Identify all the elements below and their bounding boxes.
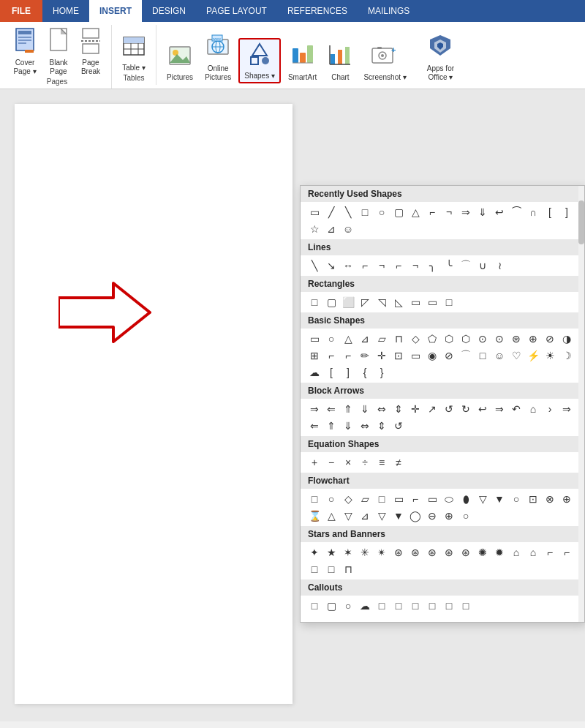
fc-preparation[interactable]: ⬮: [458, 491, 474, 507]
line-curved-arrow[interactable]: ⌒: [458, 258, 474, 274]
bs-octagon[interactable]: ⊙: [475, 331, 491, 347]
fc-document[interactable]: ⌐: [407, 491, 423, 507]
sb-wave2[interactable]: ⌐: [559, 544, 575, 560]
online-pictures-button[interactable]: www OnlinePictures: [200, 32, 235, 83]
ba-ne[interactable]: ↗: [424, 401, 440, 417]
co-cloud[interactable]: ☁: [357, 598, 373, 614]
blank-page-button[interactable]: BlankPage: [44, 26, 73, 78]
tab-page-layout[interactable]: PAGE LAYOUT: [196, 0, 277, 22]
eq-times[interactable]: ×: [340, 454, 356, 470]
bs-parallelogram[interactable]: ▱: [374, 331, 390, 347]
co-rounded-rect[interactable]: ▢: [323, 598, 339, 614]
bs-textbox[interactable]: ▭: [306, 331, 322, 347]
ba-up[interactable]: ⇑: [340, 401, 356, 417]
ba-down[interactable]: ⇓: [357, 401, 373, 417]
fc-card[interactable]: ⊗: [542, 491, 558, 507]
shape-line2[interactable]: ╲: [340, 204, 356, 220]
ba-left[interactable]: ⇐: [323, 401, 339, 417]
bs-brace-r[interactable]: }: [374, 364, 390, 380]
fc-delay[interactable]: ⊖: [424, 508, 440, 524]
shape-corner2[interactable]: ¬: [441, 204, 457, 220]
sb-6point[interactable]: ✶: [340, 544, 356, 560]
shape-corner1[interactable]: ⌐: [424, 204, 440, 220]
ba-stripe[interactable]: ⇒: [491, 401, 507, 417]
ba-circular[interactable]: ↺: [390, 418, 407, 434]
ba-right[interactable]: ⇒: [306, 401, 322, 417]
line-squiggle[interactable]: ∪: [475, 258, 491, 274]
scrollbar-thumb[interactable]: [578, 200, 584, 244]
ba-arrow-callout-l[interactable]: ⇐: [306, 418, 322, 434]
fc-summing-junction[interactable]: ⌛: [306, 508, 322, 524]
co-line[interactable]: □: [374, 598, 390, 614]
line-elbow2[interactable]: ¬: [374, 258, 390, 274]
fc-process[interactable]: □: [306, 491, 322, 507]
fc-decision[interactable]: ◇: [340, 491, 356, 507]
bs-frame[interactable]: ⊞: [306, 348, 322, 364]
tab-design[interactable]: DESIGN: [142, 0, 196, 22]
sb-scroll-v[interactable]: □: [323, 561, 339, 577]
fc-manual-op[interactable]: ▼: [491, 491, 507, 507]
line-elbow-arrow2[interactable]: ¬: [407, 258, 423, 274]
bs-12star[interactable]: ⊛: [508, 331, 524, 347]
ba-curved-r[interactable]: ↺: [441, 401, 457, 417]
bs-right-triangle[interactable]: ⊿: [357, 331, 373, 347]
fc-stored-data[interactable]: ◯: [407, 508, 423, 524]
shape-arc[interactable]: ⁀: [508, 204, 524, 220]
rect-round1[interactable]: ▭: [407, 294, 423, 310]
dropdown-scrollbar[interactable]: [578, 186, 584, 622]
fc-terminator[interactable]: ⬭: [441, 491, 457, 507]
shape-return[interactable]: ↩: [491, 204, 507, 220]
ba-arrow-callout-lr[interactable]: ⇔: [357, 418, 373, 434]
shape-bracket2[interactable]: ]: [559, 204, 575, 220]
ba-lr[interactable]: ⇔: [374, 401, 390, 417]
sb-5point[interactable]: ★: [323, 544, 339, 560]
bs-diamond[interactable]: ◇: [407, 331, 423, 347]
fc-connector[interactable]: ○: [508, 491, 524, 507]
ba-arrow-callout-d[interactable]: ⇓: [340, 418, 356, 434]
eq-plus[interactable]: +: [306, 454, 322, 470]
tab-file[interactable]: FILE: [0, 0, 42, 22]
line-double-arrow[interactable]: ↔: [340, 258, 356, 274]
fc-alternate[interactable]: ○: [323, 491, 339, 507]
shape-bracket1[interactable]: [: [542, 204, 558, 220]
shape-oval[interactable]: ○: [374, 204, 390, 220]
bs-bevel[interactable]: ▭: [407, 348, 423, 364]
bs-no[interactable]: ⊘: [441, 348, 457, 364]
shapes-button[interactable]: Shapes ▾: [238, 38, 281, 83]
apps-for-office-button[interactable]: Apps forOffice ▾: [423, 32, 458, 83]
rect-snip3[interactable]: ◹: [374, 294, 390, 310]
bs-plaque[interactable]: □: [475, 348, 491, 364]
co-line2[interactable]: □: [390, 598, 407, 614]
fc-direct-access[interactable]: ○: [458, 508, 474, 524]
bs-brace-l[interactable]: {: [357, 364, 373, 380]
ba-arrow-callout-ud[interactable]: ⇕: [374, 418, 390, 434]
bs-chord[interactable]: ⊘: [542, 331, 558, 347]
sb-scroll-h[interactable]: □: [306, 561, 322, 577]
bs-hexagon[interactable]: ⬡: [441, 331, 457, 347]
co-oval[interactable]: ○: [340, 598, 356, 614]
tab-insert[interactable]: INSERT: [89, 0, 142, 22]
rect-snip1[interactable]: ⬜: [340, 294, 356, 310]
sb-32point[interactable]: ⊛: [458, 544, 474, 560]
screenshot-button[interactable]: + Screenshot ▾: [359, 41, 410, 83]
ba-arrow-callout-u[interactable]: ⇑: [323, 418, 339, 434]
sb-banner[interactable]: ⊓: [340, 561, 356, 577]
line-curved2[interactable]: ╰: [441, 258, 457, 274]
tab-home[interactable]: HOME: [42, 0, 89, 22]
chart-button[interactable]: Chart: [324, 41, 356, 83]
rect-snip2[interactable]: ◸: [357, 294, 373, 310]
shape-rect[interactable]: □: [357, 204, 373, 220]
fc-merge[interactable]: ▼: [390, 508, 407, 524]
bs-donut[interactable]: ◉: [424, 348, 440, 364]
rect-rounded[interactable]: ▢: [323, 294, 339, 310]
bs-arc[interactable]: ⌒: [458, 348, 474, 364]
fc-magnetic-disk[interactable]: ⊕: [441, 508, 457, 524]
ba-curved-l[interactable]: ↻: [458, 401, 474, 417]
bs-decagon[interactable]: ⊙: [491, 331, 507, 347]
line-straight[interactable]: ╲: [306, 258, 322, 274]
co-line4[interactable]: □: [424, 598, 440, 614]
fc-off-page[interactable]: ⊡: [525, 491, 541, 507]
sb-ribbon1[interactable]: ⌂: [508, 544, 524, 560]
bs-pentagon[interactable]: ⬠: [424, 331, 440, 347]
line-arrow[interactable]: ↘: [323, 258, 339, 274]
